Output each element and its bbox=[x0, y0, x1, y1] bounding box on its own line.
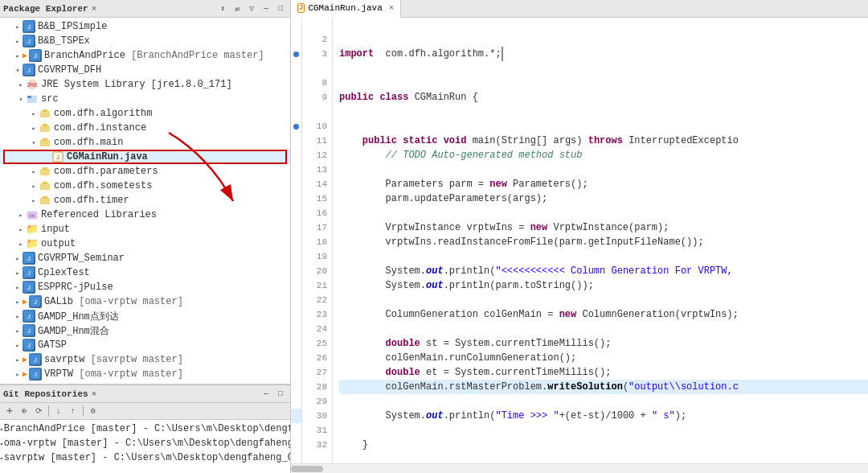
git-refresh-icon[interactable]: ⟳ bbox=[32, 405, 45, 417]
expand-arrow[interactable] bbox=[13, 326, 23, 335]
gutter-line bbox=[291, 307, 301, 322]
expand-arrow[interactable] bbox=[13, 65, 23, 75]
tree-item-instance[interactable]: com.dfh.instance bbox=[0, 121, 290, 135]
link-with-editor-icon[interactable]: ⇄ bbox=[231, 2, 244, 15]
tree-item-label: CGVRPTW_DFH bbox=[38, 64, 101, 76]
tree-item-cplextest[interactable]: J CplexTest bbox=[0, 265, 290, 280]
git-push-icon[interactable]: ↑ bbox=[67, 405, 80, 417]
tree-item-cgvrptw-seminar[interactable]: J CGVRPTW_Seminar bbox=[0, 251, 290, 265]
collapse-all-icon[interactable]: ⬇ bbox=[216, 2, 229, 15]
svg-rect-11 bbox=[27, 96, 31, 98]
project-icon: J bbox=[23, 64, 35, 76]
expand-arrow[interactable] bbox=[16, 94, 26, 104]
line-num: 28 bbox=[302, 380, 332, 394]
expand-arrow[interactable] bbox=[13, 340, 23, 350]
branch-label: [BranchAndPrice master] bbox=[125, 50, 264, 61]
gutter-line bbox=[291, 235, 301, 249]
maximize-icon[interactable]: □ bbox=[274, 2, 287, 15]
gutter-line[interactable] bbox=[291, 119, 301, 134]
tree-item-espprc[interactable]: J ESPPRC-jPulse bbox=[0, 280, 290, 294]
tree-item-b&b-tspex[interactable]: J B&B_TSPEx bbox=[0, 34, 290, 48]
svg-rect-16 bbox=[40, 140, 50, 146]
git-item-branchandprice[interactable]: BranchAndPrice [master] - C:\Users\m\Des… bbox=[0, 422, 290, 436]
tab-close-icon[interactable]: × bbox=[389, 3, 395, 13]
gutter-line bbox=[291, 206, 301, 220]
expand-arrow[interactable] bbox=[16, 80, 26, 89]
tree-item-label: VRPTW bbox=[44, 368, 73, 380]
branch-label: [savrptw master] bbox=[84, 354, 182, 365]
tree-item-b&b-ipsimple[interactable]: J B&B_IPSimple bbox=[0, 19, 290, 34]
tree-item-label: GATSP bbox=[38, 339, 67, 351]
tree-item-savrptw[interactable]: ▶ J savrptw [savrptw master] bbox=[0, 352, 290, 367]
tree-view[interactable]: J B&B_IPSimple J B&B_TSPEx bbox=[0, 18, 290, 384]
expand-arrow[interactable] bbox=[13, 311, 23, 321]
tree-item-label: com.dfh.main bbox=[54, 137, 123, 148]
expand-arrow[interactable] bbox=[29, 195, 39, 205]
git-settings-icon[interactable]: ⚙ bbox=[87, 405, 100, 417]
gutter-line bbox=[291, 249, 301, 264]
tree-item-galib[interactable]: ▶ J GALib [oma-vrptw master] bbox=[0, 294, 290, 309]
tree-item-referenced-libraries[interactable]: lib Referenced Libraries bbox=[0, 208, 290, 222]
expand-arrow[interactable] bbox=[16, 239, 26, 249]
svg-text:JRE: JRE bbox=[27, 82, 38, 88]
tree-item-src[interactable]: src bbox=[0, 92, 290, 106]
expand-arrow[interactable] bbox=[13, 355, 23, 364]
git-fetch-icon[interactable]: ↓ bbox=[52, 405, 65, 417]
expand-arrow[interactable] bbox=[29, 181, 39, 191]
tree-item-label: com.dfh.algorithm bbox=[54, 108, 152, 119]
java-tab-icon: J bbox=[297, 3, 305, 13]
view-menu-icon[interactable]: ▽ bbox=[245, 2, 258, 15]
line-num: 31 bbox=[302, 423, 332, 438]
package-icon bbox=[39, 179, 51, 192]
tree-item-algorithm[interactable]: com.dfh.algorithm bbox=[0, 106, 290, 121]
expand-arrow[interactable] bbox=[29, 138, 39, 147]
expand-arrow[interactable] bbox=[13, 253, 23, 263]
expand-arrow[interactable] bbox=[13, 369, 23, 379]
tree-item-input[interactable]: 📁 input bbox=[0, 222, 290, 236]
git-item-oma-vrptw[interactable]: oma-vrptw [master] - C:\Users\m\Desktop\… bbox=[0, 436, 290, 450]
code-content[interactable]: import com.dfh.algorithm.*; public class… bbox=[333, 18, 868, 463]
expand-arrow[interactable] bbox=[29, 123, 39, 133]
expand-arrow[interactable] bbox=[16, 210, 26, 220]
expand-arrow[interactable] bbox=[13, 282, 23, 292]
tree-item-gatsp[interactable]: J GATSP bbox=[0, 338, 290, 352]
scrollbar-thumb[interactable] bbox=[291, 466, 323, 472]
tree-item-parameters[interactable]: com.dfh.parameters bbox=[0, 164, 290, 179]
tree-item-vrptw[interactable]: ▶ J VRPTW [oma-vrptw master] bbox=[0, 367, 290, 381]
tree-item-sometests[interactable]: com.dfh.sometests bbox=[0, 179, 290, 193]
minimize-icon[interactable]: — bbox=[260, 2, 272, 15]
tree-item-cgvrptw-dfh[interactable]: J CGVRPTW_DFH bbox=[0, 63, 290, 77]
editor-tab-cgmainrun[interactable]: J CGMainRun.java × bbox=[291, 0, 401, 18]
tree-item-gamdp-hnm[interactable]: J GAMDP_Hnm点到达 bbox=[0, 309, 290, 323]
git-panel-close-icon[interactable]: × bbox=[92, 389, 97, 399]
gutter-line bbox=[291, 438, 301, 452]
git-add-icon[interactable]: + bbox=[3, 405, 16, 417]
git-tree[interactable]: BranchAndPrice [master] - C:\Users\m\Des… bbox=[0, 420, 290, 473]
git-item-savrptw[interactable]: savrptw [master] - C:\Users\m\Desktop\de… bbox=[0, 450, 290, 465]
tree-item-output[interactable]: 📁 output bbox=[0, 236, 290, 251]
git-clone-icon[interactable]: ⊕ bbox=[18, 405, 31, 417]
expand-arrow[interactable] bbox=[29, 167, 39, 176]
expand-arrow[interactable] bbox=[13, 297, 23, 306]
gutter-line[interactable] bbox=[291, 47, 301, 61]
maximize-git-icon[interactable]: □ bbox=[274, 388, 287, 401]
src-icon bbox=[26, 93, 39, 105]
expand-arrow[interactable] bbox=[13, 51, 23, 60]
expand-arrow[interactable] bbox=[13, 268, 23, 278]
code-area[interactable]: 2 3 8 9 10 11 12 13 14 15 16 17 18 19 20… bbox=[291, 18, 868, 463]
tree-item-cgmainrun[interactable]: J CGMainRun.java bbox=[0, 150, 290, 164]
minimize-git-icon[interactable]: — bbox=[260, 388, 272, 401]
horizontal-scrollbar[interactable] bbox=[291, 463, 868, 473]
tree-item-timer[interactable]: com.dfh.timer bbox=[0, 193, 290, 208]
expand-arrow[interactable] bbox=[13, 36, 23, 46]
expand-arrow[interactable] bbox=[29, 109, 39, 118]
package-explorer-close-icon[interactable]: × bbox=[92, 4, 97, 14]
tree-item-main[interactable]: com.dfh.main bbox=[0, 135, 290, 150]
tree-item-branchandprice[interactable]: ▶ J BranchAndPrice [BranchAndPrice maste… bbox=[0, 48, 290, 63]
expand-arrow[interactable] bbox=[13, 22, 23, 31]
expand-arrow[interactable] bbox=[16, 224, 26, 234]
package-explorer-panel: Package Explorer × ⬇ ⇄ ▽ — □ J bbox=[0, 0, 290, 385]
tree-item-gamdp-hnm2[interactable]: J GAMDP_Hnm混合 bbox=[0, 323, 290, 338]
tree-item-jre[interactable]: JRE JRE System Library [jre1.8.0_171] bbox=[0, 77, 290, 92]
svg-text:J: J bbox=[27, 342, 31, 349]
